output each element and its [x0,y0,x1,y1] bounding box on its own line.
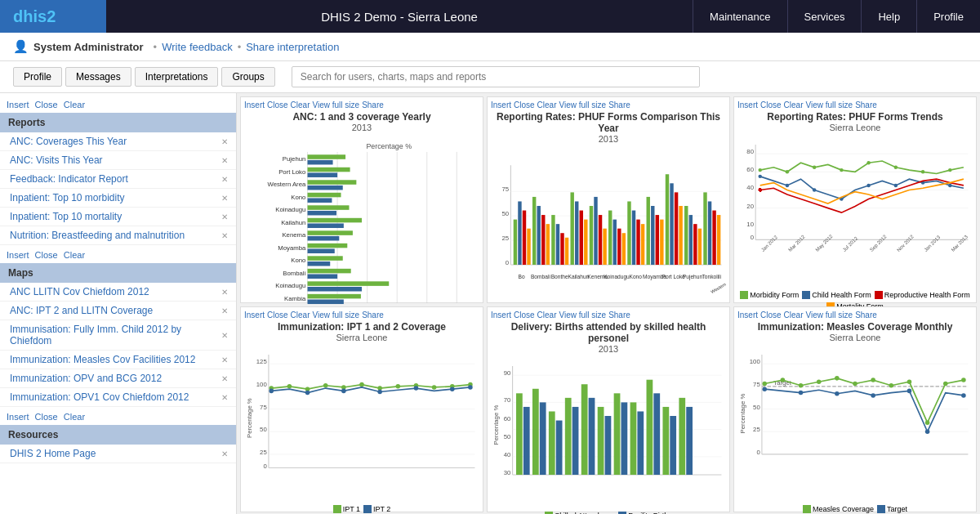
list-item[interactable]: Immunization: OPV and BCG 2012✕ [0,369,236,388]
chart-reporting-rates: InsertCloseClearView full sizeShare Repo… [487,96,730,303]
svg-text:75: 75 [260,403,267,410]
svg-rect-205 [581,384,588,475]
resources-actions: Insert Close Clear [0,409,236,425]
list-item[interactable]: Feedback: Indicator Report✕ [0,170,236,189]
svg-point-127 [786,170,789,173]
svg-text:Moyamba: Moyamba [278,244,306,252]
interpretations-button[interactable]: Interpretations [135,67,219,87]
subheader: 👤 System Administrator • Write feedback … [0,33,980,61]
svg-text:50: 50 [502,210,510,217]
list-item[interactable]: Immunization: OPV1 Cov Chiefdom 2012✕ [0,388,236,407]
app-title: DHIS 2 Demo - Sierra Leone [106,0,693,33]
svg-text:Kono: Kono [291,194,305,201]
profile-button[interactable]: Profile [13,67,62,87]
close-maps[interactable]: Close [35,250,58,260]
svg-text:40: 40 [504,450,511,458]
svg-text:0: 0 [751,234,754,241]
svg-text:Bombali: Bombali [531,274,550,279]
list-item[interactable]: Nutrition: Breastfeeding and malnutritio… [0,226,236,245]
svg-text:0: 0 [506,259,509,266]
svg-rect-65 [541,215,545,265]
list-item[interactable]: ANC: IPT 2 and LLITN Coverage✕ [0,302,236,320]
content: InsertCloseClearView full sizeShare ANC:… [237,93,980,514]
svg-text:Kenema: Kenema [282,231,306,239]
clear-reports[interactable]: Clear [64,100,85,110]
chart3-subtitle: Sierra Leone [737,123,973,132]
messages-button[interactable]: Messages [65,67,131,87]
svg-rect-217 [679,397,685,474]
svg-rect-24 [308,198,332,203]
list-item[interactable]: ANC: Coverages This Year✕ [0,132,236,151]
chart3-title: Reporting Rates: PHUF Forms Trends [737,111,973,123]
svg-text:20: 20 [746,203,754,210]
svg-rect-212 [637,411,644,475]
main: Insert Close Clear Reports ANC: Coverage… [0,93,980,514]
chart1-year: 2013 [244,123,479,132]
svg-text:Percentage %: Percentage % [492,404,500,445]
svg-rect-75 [580,211,583,265]
chart4-actions: InsertCloseClearView full sizeShare [244,311,479,320]
svg-text:50: 50 [504,432,511,440]
svg-rect-27 [308,211,336,216]
profile-bar: Profile Messages Interpretations Groups [0,61,980,93]
chart3-actions: InsertCloseClearView full sizeShare [737,101,973,110]
svg-rect-214 [653,393,660,475]
insert-maps[interactable]: Insert [7,250,29,260]
nav-help[interactable]: Help [861,0,916,33]
svg-text:60: 60 [504,414,511,422]
svg-rect-88 [627,201,630,265]
nav-services[interactable]: Services [787,0,862,33]
list-item[interactable]: Inpatient: Top 10 mortality✕ [0,208,236,226]
svg-point-135 [786,184,789,187]
svg-text:Koinadugu: Koinadugu [604,274,630,280]
list-item[interactable]: ANC: Visits This Year✕ [0,151,236,170]
svg-point-139 [894,184,898,187]
svg-text:80: 80 [746,148,754,155]
list-item[interactable]: DHIS 2 Home Page✕ [0,445,236,463]
svg-point-130 [866,161,870,164]
svg-rect-203 [565,397,572,474]
list-item[interactable]: ANC LLITN Cov Chiefdom 2012✕ [0,283,236,302]
svg-rect-94 [651,206,654,265]
svg-rect-14 [308,154,346,159]
write-feedback-link[interactable]: Write feedback [162,41,232,53]
reports-actions: Insert Close Clear [0,96,236,113]
search-input[interactable] [292,66,700,87]
svg-point-246 [799,390,804,395]
svg-point-237 [835,376,840,381]
close-reports[interactable]: Close [35,100,58,110]
svg-text:Percentage %: Percentage % [246,398,253,438]
svg-rect-33 [308,236,340,241]
clear-resources[interactable]: Clear [64,412,85,422]
svg-point-239 [871,378,875,382]
svg-text:100: 100 [750,358,760,365]
insert-resources[interactable]: Insert [7,412,29,422]
svg-rect-111 [717,215,720,265]
svg-rect-60 [523,211,526,265]
list-item[interactable]: Immunization: Measles Cov Facilities 201… [0,351,236,369]
groups-button[interactable]: Groups [221,67,274,87]
svg-text:Mar 2012: Mar 2012 [787,234,807,253]
svg-text:Koinadugu: Koinadugu [275,206,305,213]
svg-rect-20 [308,180,357,185]
chart5-year: 2013 [491,344,726,354]
nav-profile[interactable]: Profile [916,0,980,33]
svg-rect-218 [686,406,693,474]
reports-group-header: Reports [0,113,236,132]
nav-maintenance[interactable]: Maintenance [693,0,786,33]
close-resources[interactable]: Close [35,412,58,422]
svg-rect-21 [308,185,343,190]
list-item[interactable]: Inpatient: Top 10 morbidity✕ [0,189,236,208]
clear-maps[interactable]: Clear [64,250,85,260]
logo-accent: 2 [47,7,56,26]
insert-reports[interactable]: Insert [7,100,29,110]
svg-rect-76 [584,220,587,265]
svg-rect-70 [560,233,564,265]
svg-rect-106 [698,229,702,265]
share-interpretation-link[interactable]: Share interpretation [246,41,339,53]
svg-text:Jan 2012: Jan 2012 [760,234,778,253]
svg-rect-198 [523,406,530,474]
list-item[interactable]: Immunisation: Fully Imm. Child 2012 by C… [0,320,236,351]
svg-rect-35 [308,244,348,248]
svg-point-236 [817,379,822,384]
